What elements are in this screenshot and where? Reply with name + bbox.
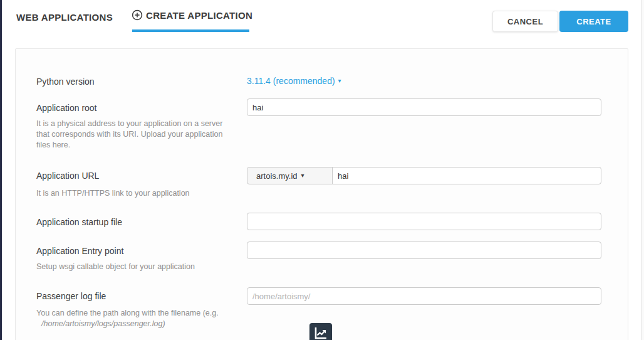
application-url-domain-value: artois.my.id bbox=[256, 171, 298, 181]
application-root-input[interactable] bbox=[247, 98, 601, 116]
application-root-label: Application root bbox=[36, 103, 97, 113]
startup-file-input[interactable] bbox=[247, 213, 601, 230]
active-tab-underline bbox=[132, 29, 249, 32]
passenger-log-help: You can define the path along with the f… bbox=[36, 308, 252, 329]
application-url-input[interactable] bbox=[332, 167, 601, 184]
usage-stats-button[interactable] bbox=[309, 323, 332, 340]
caret-down-icon: ▾ bbox=[338, 78, 341, 84]
caret-down-icon: ▾ bbox=[301, 173, 304, 179]
application-url-domain-select[interactable]: artois.my.id ▾ bbox=[247, 167, 333, 184]
startup-file-label: Application startup file bbox=[36, 217, 122, 227]
sidebar-edge-strip bbox=[0, 0, 2, 340]
entry-point-input[interactable] bbox=[247, 242, 601, 259]
application-url-label: Application URL bbox=[36, 171, 99, 181]
passenger-log-input[interactable] bbox=[247, 287, 601, 305]
cancel-button[interactable]: CANCEL bbox=[492, 11, 558, 32]
plus-circle-icon bbox=[132, 9, 143, 21]
tab-web-applications[interactable]: WEB APPLICATIONS bbox=[16, 12, 113, 23]
passenger-log-label: Passenger log file bbox=[36, 291, 106, 301]
application-root-help: It is a physical address to your applica… bbox=[36, 119, 232, 151]
passenger-log-help-example: /home/artoismy/logs/passenger.log) bbox=[41, 319, 252, 329]
passenger-log-help-line1: You can define the path along with the f… bbox=[36, 309, 219, 317]
python-version-value: 3.11.4 (recommended) bbox=[247, 76, 335, 86]
application-url-help: It is an HTTP/HTTPS link to your applica… bbox=[36, 188, 190, 199]
create-application-page: { "colors": { "accent": "#2b9fe0", "side… bbox=[0, 0, 644, 340]
tab-create-application-label: CREATE APPLICATION bbox=[146, 10, 252, 21]
python-version-dropdown[interactable]: 3.11.4 (recommended) ▾ bbox=[247, 76, 341, 86]
line-chart-icon bbox=[313, 326, 328, 340]
entry-point-label: Application Entry point bbox=[36, 246, 123, 256]
python-version-label: Python version bbox=[36, 77, 95, 87]
create-button[interactable]: CREATE bbox=[559, 11, 628, 32]
entry-point-help: Setup wsgi callable object for your appl… bbox=[36, 262, 195, 272]
tab-create-application[interactable]: CREATE APPLICATION bbox=[132, 9, 252, 21]
scrollbar-track[interactable] bbox=[641, 0, 644, 340]
